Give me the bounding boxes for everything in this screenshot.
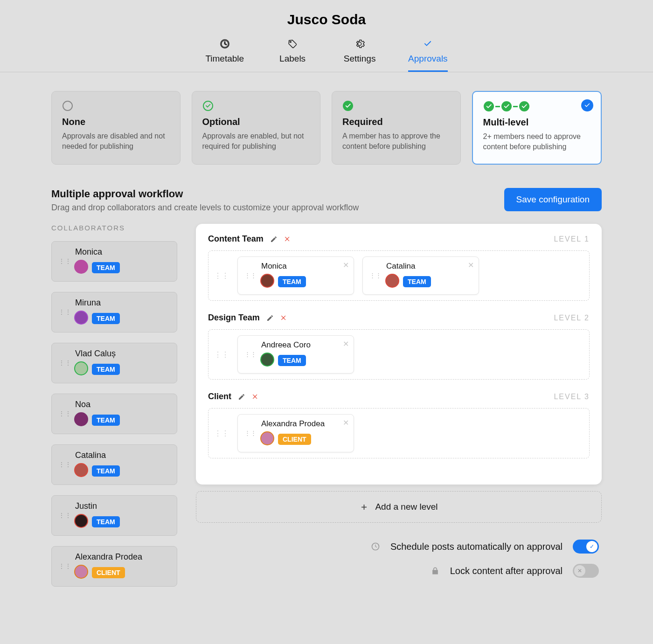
option-icon bbox=[62, 100, 170, 112]
level-dropzone[interactable]: ⋮⋮ ⋮⋮ Alexandra Prodea CLIENT ✕ bbox=[208, 408, 590, 458]
collaborator-card[interactable]: ⋮⋮ Vlad Caluș TEAM bbox=[51, 343, 177, 383]
level-tag: LEVEL 3 bbox=[554, 393, 590, 401]
drag-handle-icon[interactable]: ⋮⋮ bbox=[58, 360, 71, 366]
level-dropzone[interactable]: ⋮⋮ ⋮⋮ Monica TEAM ✕ ⋮⋮ Catalina TEAM bbox=[208, 250, 590, 301]
toggle-knob: ✓ bbox=[586, 541, 597, 552]
avatar bbox=[75, 413, 87, 427]
page-title: Jusco Soda bbox=[0, 12, 653, 28]
drag-handle-icon[interactable]: ⋮⋮ bbox=[58, 512, 71, 519]
drag-handle-icon[interactable]: ⋮⋮ bbox=[244, 351, 258, 357]
role-chip: TEAM bbox=[92, 465, 120, 477]
edit-level-icon[interactable] bbox=[266, 314, 274, 322]
approval-option-none[interactable]: None Approvals are disabled and not need… bbox=[51, 91, 181, 165]
level-name: Design Team bbox=[208, 313, 260, 323]
add-level-button[interactable]: Add a new level bbox=[196, 491, 602, 523]
remove-member-icon[interactable]: ✕ bbox=[343, 261, 349, 270]
collaborator-name: Alexandra Prodea bbox=[75, 552, 170, 562]
workflow-subtitle: Drag and drop collaborators and create l… bbox=[51, 203, 359, 213]
workspace: COLLABORATORS ⋮⋮ Monica TEAM ⋮⋮ Miruna T… bbox=[51, 224, 602, 597]
selected-check-icon bbox=[581, 99, 593, 111]
avatar bbox=[261, 432, 273, 446]
collaborator-card[interactable]: ⋮⋮ Catalina TEAM bbox=[51, 444, 177, 485]
collaborator-card[interactable]: ⋮⋮ Justin TEAM bbox=[51, 495, 177, 536]
level-member-card[interactable]: ⋮⋮ Alexandra Prodea CLIENT ✕ bbox=[237, 414, 354, 452]
edit-level-icon[interactable] bbox=[270, 235, 278, 243]
level-name: Client bbox=[208, 392, 231, 402]
level-member-card[interactable]: ⋮⋮ Monica TEAM ✕ bbox=[237, 256, 354, 295]
avatar bbox=[386, 275, 398, 289]
gear-icon bbox=[354, 39, 365, 49]
collaborator-name: Miruna bbox=[75, 298, 170, 308]
drag-handle-icon[interactable]: ⋮⋮ bbox=[58, 410, 71, 417]
approval-option-optional[interactable]: Optional Approvals are enabled, but not … bbox=[192, 91, 321, 165]
drag-handle-icon[interactable]: ⋮⋮ bbox=[58, 309, 71, 315]
svg-point-0 bbox=[63, 101, 72, 111]
avatar bbox=[75, 362, 87, 376]
role-chip: TEAM bbox=[92, 516, 120, 527]
level-member-card[interactable]: ⋮⋮ Andreea Coro TEAM ✕ bbox=[237, 335, 354, 374]
remove-member-icon[interactable]: ✕ bbox=[343, 339, 349, 348]
tab-settings[interactable]: Settings bbox=[341, 39, 378, 72]
collaborator-card[interactable]: ⋮⋮ Alexandra Prodea CLIENT bbox=[51, 546, 177, 587]
workflow-title: Multiple approval workflow bbox=[51, 188, 359, 200]
role-chip: CLIENT bbox=[92, 567, 125, 578]
drag-handle-icon[interactable]: ⋮⋮ bbox=[369, 272, 383, 278]
collaborator-card[interactable]: ⋮⋮ Monica TEAM bbox=[51, 241, 177, 282]
option-desc: 2+ members need to approve content befor… bbox=[483, 132, 591, 152]
collaborator-card[interactable]: ⋮⋮ Noa TEAM bbox=[51, 394, 177, 434]
approval-option-multilevel[interactable]: Multi-level 2+ members need to approve c… bbox=[472, 91, 602, 165]
drag-handle-icon[interactable]: ⋮⋮ bbox=[214, 271, 229, 280]
tab-nav: Timetable Labels Settings Approvals bbox=[0, 39, 653, 72]
drag-handle-icon[interactable]: ⋮⋮ bbox=[58, 461, 71, 468]
tab-label: Labels bbox=[279, 54, 306, 64]
tab-labels[interactable]: Labels bbox=[274, 39, 311, 72]
member-name: Andreea Coro bbox=[261, 340, 347, 350]
delete-level-icon[interactable] bbox=[252, 393, 259, 400]
collaborator-name: Noa bbox=[75, 400, 170, 409]
role-chip: TEAM bbox=[92, 262, 120, 273]
option-title: Optional bbox=[202, 117, 310, 127]
drag-handle-icon[interactable]: ⋮⋮ bbox=[244, 430, 258, 436]
levels-panel: Content Team LEVEL 1 ⋮⋮ ⋮⋮ Monica TEAM ✕… bbox=[196, 224, 602, 485]
setting-label: Lock content after approval bbox=[450, 566, 563, 576]
drag-handle-icon[interactable]: ⋮⋮ bbox=[244, 272, 258, 278]
tab-approvals[interactable]: Approvals bbox=[408, 39, 448, 72]
setting-toggle[interactable]: ✕ bbox=[573, 564, 599, 578]
drag-handle-icon[interactable]: ⋮⋮ bbox=[214, 429, 229, 438]
tab-label: Approvals bbox=[408, 54, 448, 64]
approval-level: Design Team LEVEL 2 ⋮⋮ ⋮⋮ Andreea Coro T… bbox=[208, 313, 590, 380]
member-name: Catalina bbox=[386, 262, 472, 271]
remove-member-icon[interactable]: ✕ bbox=[468, 261, 474, 270]
drag-handle-icon[interactable]: ⋮⋮ bbox=[214, 350, 229, 359]
role-chip: TEAM bbox=[92, 364, 120, 375]
approval-option-required[interactable]: Required A member has to approve the con… bbox=[332, 91, 461, 165]
clock-icon bbox=[220, 39, 230, 49]
remove-member-icon[interactable]: ✕ bbox=[343, 418, 349, 427]
plus-icon bbox=[360, 503, 368, 512]
setting-toggle[interactable]: ✓ bbox=[573, 540, 599, 554]
add-level-label: Add a new level bbox=[375, 502, 438, 512]
delete-level-icon[interactable] bbox=[280, 314, 287, 321]
toggle-knob: ✕ bbox=[574, 565, 585, 576]
delete-level-icon[interactable] bbox=[284, 235, 291, 242]
drag-handle-icon[interactable]: ⋮⋮ bbox=[58, 563, 71, 569]
avatar bbox=[75, 566, 87, 580]
save-configuration-button[interactable]: Save configuration bbox=[504, 188, 602, 211]
edit-level-icon[interactable] bbox=[238, 393, 245, 401]
tag-icon bbox=[287, 39, 298, 49]
role-chip: TEAM bbox=[278, 355, 306, 366]
avatar bbox=[75, 464, 87, 478]
collaborator-name: Justin bbox=[75, 501, 170, 511]
tab-label: Settings bbox=[344, 54, 376, 64]
collaborator-card[interactable]: ⋮⋮ Miruna TEAM bbox=[51, 292, 177, 332]
collaborator-name: Vlad Caluș bbox=[75, 349, 170, 359]
clock-icon bbox=[371, 542, 380, 551]
tab-timetable[interactable]: Timetable bbox=[205, 39, 244, 72]
level-dropzone[interactable]: ⋮⋮ ⋮⋮ Andreea Coro TEAM ✕ bbox=[208, 329, 590, 380]
option-desc: Approvals are disabled and not needed fo… bbox=[62, 131, 170, 151]
collaborators-list: ⋮⋮ Monica TEAM ⋮⋮ Miruna TEAM ⋮⋮ bbox=[51, 241, 177, 587]
drag-handle-icon[interactable]: ⋮⋮ bbox=[58, 258, 71, 264]
role-chip: TEAM bbox=[278, 276, 306, 287]
level-member-card[interactable]: ⋮⋮ Catalina TEAM ✕ bbox=[362, 256, 479, 295]
collaborators-sidebar: COLLABORATORS ⋮⋮ Monica TEAM ⋮⋮ Miruna T… bbox=[51, 224, 177, 597]
